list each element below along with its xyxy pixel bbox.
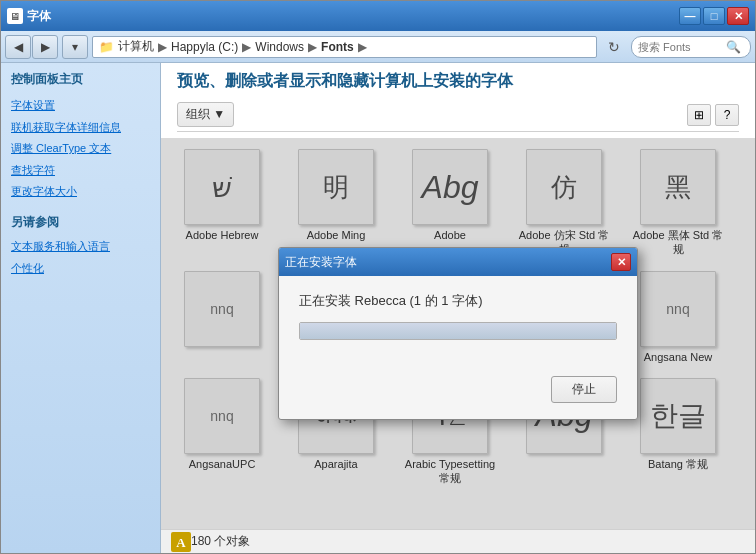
sidebar: 控制面板主页 字体设置 联机获取字体详细信息 调整 ClearType 文本 查… xyxy=(1,63,161,553)
path-segment-computer: 计算机 xyxy=(118,38,154,55)
content-area: 控制面板主页 字体设置 联机获取字体详细信息 调整 ClearType 文本 查… xyxy=(1,63,755,553)
title-bar: 🖥 字体 — □ ✕ xyxy=(1,1,755,31)
install-dialog: 正在安装字体 ✕ 正在安装 Rebecca (1 的 1 字体) 停止 xyxy=(278,247,638,420)
title-bar-left: 🖥 字体 xyxy=(7,8,51,25)
organize-button[interactable]: 组织 ▼ xyxy=(177,102,234,127)
progress-bar-container xyxy=(299,322,617,340)
progress-bar-fill xyxy=(300,323,616,339)
forward-button[interactable]: ▶ xyxy=(32,35,58,59)
stop-button[interactable]: 停止 xyxy=(551,376,617,403)
path-segment-fonts: Fonts xyxy=(321,40,354,54)
address-path[interactable]: 📁 计算机 ▶ Happyla (C:) ▶ Windows ▶ Fonts ▶ xyxy=(92,36,597,58)
view-button-1[interactable]: ⊞ xyxy=(687,104,711,126)
sidebar-link-font-size[interactable]: 更改字体大小 xyxy=(11,182,150,202)
sidebar-link-online-fonts[interactable]: 联机获取字体详细信息 xyxy=(11,118,150,138)
address-bar: ◀ ▶ ▾ 📁 计算机 ▶ Happyla (C:) ▶ Windows ▶ F… xyxy=(1,31,755,63)
dialog-footer: 停止 xyxy=(279,376,637,419)
status-bar: A 180 个对象 xyxy=(161,529,755,553)
toolbar: 组织 ▼ ⊞ ? xyxy=(177,98,739,132)
dialog-title: 正在安装字体 xyxy=(285,254,357,271)
refresh-button[interactable]: ↻ xyxy=(601,36,627,58)
sidebar-also-title: 另请参阅 xyxy=(11,214,150,231)
minimize-button[interactable]: — xyxy=(679,7,701,25)
dialog-close-button[interactable]: ✕ xyxy=(611,253,631,271)
help-button[interactable]: ? xyxy=(715,104,739,126)
path-segment-drive: Happyla (C:) xyxy=(171,40,238,54)
font-grid-wrapper: שּׁAdobe Hebrew明Adobe MingAbgAdobe仿Adobe… xyxy=(161,138,755,529)
window-title: 字体 xyxy=(27,8,51,25)
title-buttons: — □ ✕ xyxy=(679,7,749,25)
sidebar-link-personalization[interactable]: 个性化 xyxy=(11,259,150,279)
sidebar-link-text-services[interactable]: 文本服务和输入语言 xyxy=(11,237,150,257)
panel-title: 预览、删除或者显示和隐藏计算机上安装的字体 xyxy=(177,71,739,92)
status-text: 180 个对象 xyxy=(191,533,250,550)
sidebar-link-cleartype[interactable]: 调整 ClearType 文本 xyxy=(11,139,150,159)
search-bar[interactable]: 🔍 xyxy=(631,36,751,58)
search-input[interactable] xyxy=(638,41,723,53)
sidebar-main-title[interactable]: 控制面板主页 xyxy=(11,71,150,88)
main-window: 🖥 字体 — □ ✕ ◀ ▶ ▾ 📁 计算机 ▶ Happyla (C:) ▶ … xyxy=(0,0,756,554)
svg-text:A: A xyxy=(176,535,186,550)
organize-label: 组织 ▼ xyxy=(186,106,225,123)
panel-header: 预览、删除或者显示和隐藏计算机上安装的字体 组织 ▼ ⊞ ? xyxy=(161,63,755,138)
sidebar-link-font-settings[interactable]: 字体设置 xyxy=(11,96,150,116)
nav-buttons: ◀ ▶ xyxy=(5,35,58,59)
maximize-button[interactable]: □ xyxy=(703,7,725,25)
path-folder-icon: 📁 xyxy=(99,40,114,54)
main-panel: 预览、删除或者显示和隐藏计算机上安装的字体 组织 ▼ ⊞ ? שּׁAdobe … xyxy=(161,63,755,553)
dialog-body: 正在安装 Rebecca (1 的 1 字体) xyxy=(279,276,637,376)
path-segment-windows: Windows xyxy=(255,40,304,54)
back-button[interactable]: ◀ xyxy=(5,35,31,59)
sidebar-link-find-char[interactable]: 查找字符 xyxy=(11,161,150,181)
dialog-title-bar: 正在安装字体 ✕ xyxy=(279,248,637,276)
dialog-message: 正在安装 Rebecca (1 的 1 字体) xyxy=(299,292,617,310)
close-button[interactable]: ✕ xyxy=(727,7,749,25)
toolbar-right: ⊞ ? xyxy=(687,104,739,126)
search-icon: 🔍 xyxy=(726,40,741,54)
window-icon: 🖥 xyxy=(7,8,23,24)
recent-button[interactable]: ▾ xyxy=(62,35,88,59)
status-font-icon: A xyxy=(171,532,191,552)
modal-overlay: 正在安装字体 ✕ 正在安装 Rebecca (1 的 1 字体) 停止 xyxy=(161,138,755,529)
